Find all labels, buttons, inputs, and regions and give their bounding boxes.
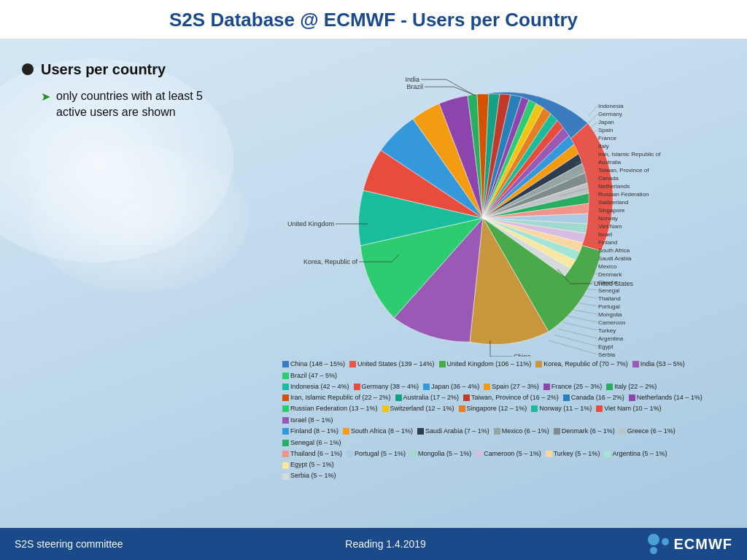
legend-label-southafrica: South Africa (8 – 1%) bbox=[351, 427, 413, 437]
legend-swatch-egypt bbox=[282, 462, 289, 469]
legend-item-australia: Australia (17 – 2%) bbox=[395, 393, 460, 403]
iran-label: Iran, Islamic Republic of bbox=[598, 151, 661, 158]
legend-label-brazil: Brazil (47 – 5%) bbox=[290, 371, 337, 381]
japan-label: Japan bbox=[598, 119, 614, 125]
legend-label-italy: Italy (22 – 2%) bbox=[614, 382, 657, 392]
legend-label-iran: Iran, Islamic Republic of (22 – 2%) bbox=[290, 393, 391, 403]
legend-label-switzerland: Switzerland (12 – 1%) bbox=[390, 404, 454, 414]
content-area: Users per country ➤ only countries with … bbox=[0, 39, 747, 528]
legend-label-singapore: Singapore (12 – 1%) bbox=[467, 404, 527, 414]
legend-item-brazil: Brazil (47 – 5%) bbox=[282, 371, 337, 381]
sub-bullet-text: only countries with at least 5 active us… bbox=[56, 88, 233, 121]
legend-swatch-saudiarabia bbox=[417, 428, 424, 435]
taiwan-label: Taiwan, Province of bbox=[598, 167, 649, 174]
bullet-dot bbox=[22, 63, 34, 75]
legend-row-3: Iran, Islamic Republic of (22 – 2%) Aust… bbox=[282, 393, 713, 403]
legend-label-us: United States (139 – 14%) bbox=[357, 359, 435, 370]
legend-label-australia: Australia (17 – 2%) bbox=[403, 393, 460, 403]
legend-label-denmark: Denmark (6 – 1%) bbox=[562, 427, 615, 437]
legend-item-finland: Finland (8 – 1%) bbox=[282, 427, 338, 437]
pie-chart: Brazil India Korea, Republic of United K… bbox=[286, 43, 709, 357]
legend-label-china: China (148 – 15%) bbox=[290, 359, 345, 370]
legend-swatch-india bbox=[632, 361, 639, 368]
legend-item-spain: Spain (27 – 3%) bbox=[484, 382, 539, 392]
legend-label-korea: Korea, Republic of (70 – 7%) bbox=[543, 359, 628, 370]
legend-label-japan: Japan (36 – 4%) bbox=[431, 382, 479, 392]
legend-label-spain: Spain (27 – 3%) bbox=[492, 382, 539, 392]
legend-swatch-vietnam bbox=[596, 405, 603, 412]
canada-label: Canada bbox=[598, 175, 619, 182]
italy-label: Italy bbox=[598, 143, 609, 149]
legend-swatch-mongolia bbox=[410, 451, 417, 457]
cameroon-label: Cameroon bbox=[598, 319, 625, 326]
singapore-label: Singapore bbox=[598, 207, 625, 214]
legend-swatch-israel bbox=[282, 417, 289, 424]
footer-center-text: Reading 1.4.2019 bbox=[345, 538, 426, 550]
legend-label-thailand: Thailand (6 – 1%) bbox=[290, 449, 342, 459]
legend-swatch-southafrica bbox=[343, 428, 349, 435]
footer-logo: ECMWF bbox=[648, 534, 732, 554]
legend-label-mongolia: Mongolia (5 – 1%) bbox=[418, 449, 471, 459]
legend-item-france: France (25 – 3%) bbox=[543, 382, 603, 392]
legend-area: China (148 – 15%) United States (139 – 1… bbox=[282, 357, 713, 482]
finland-label: Finland bbox=[598, 239, 617, 246]
senegal-label: Senegal bbox=[598, 287, 620, 294]
legend-item-india: India (53 – 5%) bbox=[632, 359, 685, 370]
legend-item-southafrica: South Africa (8 – 1%) bbox=[343, 427, 413, 437]
legend-item-netherlands: Netherlands (14 – 1%) bbox=[629, 393, 703, 403]
argentina-label: Argentina bbox=[598, 335, 624, 342]
legend-swatch-china bbox=[282, 361, 289, 368]
legend-swatch-thailand bbox=[282, 451, 289, 457]
legend-swatch-denmark bbox=[554, 428, 560, 435]
legend-item-singapore: Singapore (12 – 1%) bbox=[459, 404, 527, 414]
legend-item-norway: Norway (11 – 1%) bbox=[531, 404, 592, 414]
legend-item-taiwan: Taiwan, Province of (16 – 2%) bbox=[463, 393, 559, 403]
legend-item-mexico: Mexico (6 – 1%) bbox=[494, 427, 549, 437]
saudiarabia-label: Saudi Arabia bbox=[598, 255, 632, 262]
legend-label-finland: Finland (8 – 1%) bbox=[290, 427, 338, 437]
uk-label: United Kingdom bbox=[287, 220, 334, 228]
sub-bullet: ➤ only countries with at least 5 active … bbox=[41, 88, 233, 121]
thailand-label: Thailand bbox=[598, 295, 621, 302]
legend-row-4: Russian Federation (13 – 1%) Switzerland… bbox=[282, 404, 713, 426]
legend-item-italy: Italy (22 – 2%) bbox=[606, 382, 657, 392]
footer-left-text: S2S steering committee bbox=[15, 538, 123, 550]
legend-label-greece: Greece (6 – 1%) bbox=[627, 427, 676, 437]
legend-swatch-turkey bbox=[546, 451, 552, 457]
svg-line-39 bbox=[566, 316, 597, 322]
switzerland-label: Switzerland bbox=[598, 199, 628, 206]
legend-item-turkey: Turkey (5 – 1%) bbox=[546, 449, 600, 459]
spain-label: Spain bbox=[598, 127, 613, 133]
indonesia-label: Indonesia bbox=[598, 103, 624, 109]
legend-swatch-norway bbox=[531, 405, 538, 412]
main-container: S2S Database @ ECMWF - Users per Country… bbox=[0, 0, 747, 560]
legend-label-taiwan: Taiwan, Province of (16 – 2%) bbox=[471, 393, 559, 403]
svg-line-40 bbox=[562, 322, 597, 330]
legend-item-iran: Iran, Islamic Republic of (22 – 2%) bbox=[282, 393, 391, 403]
legend-label-vietnam: Viet Nam (10 – 1%) bbox=[604, 404, 661, 414]
legend-swatch-iran bbox=[282, 394, 289, 401]
right-panel: Brazil India Korea, Republic of United K… bbox=[248, 47, 747, 521]
norway-label: Norway bbox=[598, 215, 618, 222]
legend-label-turkey: Turkey (5 – 1%) bbox=[554, 449, 600, 459]
legend-label-germany: Germany (38 – 4%) bbox=[362, 382, 419, 392]
legend-row-2: Indonesia (42 – 4%) Germany (38 – 4%) Ja… bbox=[282, 382, 713, 392]
russian-label: Russian Federation bbox=[598, 191, 649, 198]
legend-swatch-senegal bbox=[282, 440, 289, 446]
legend-label-france: France (25 – 3%) bbox=[551, 382, 603, 392]
legend-swatch-japan bbox=[423, 384, 430, 390]
legend-swatch-korea bbox=[535, 361, 542, 368]
denmark-label: Denmark bbox=[598, 271, 622, 278]
ecmwf-logo-text: ECMWF bbox=[673, 536, 732, 553]
main-bullet: Users per country bbox=[22, 61, 233, 78]
legend-swatch-spain bbox=[484, 384, 490, 390]
legend-swatch-singapore bbox=[459, 405, 465, 412]
legend-label-argentina: Argentina (5 – 1%) bbox=[612, 449, 667, 459]
legend-item-argentina: Argentina (5 – 1%) bbox=[604, 449, 667, 459]
legend-swatch-argentina bbox=[604, 451, 611, 457]
legend-swatch-portugal bbox=[347, 451, 353, 457]
legend-swatch-australia bbox=[395, 394, 402, 401]
legend-swatch-greece bbox=[619, 428, 626, 435]
logo-circle-1 bbox=[648, 534, 659, 545]
legend-item-japan: Japan (36 – 4%) bbox=[423, 382, 479, 392]
